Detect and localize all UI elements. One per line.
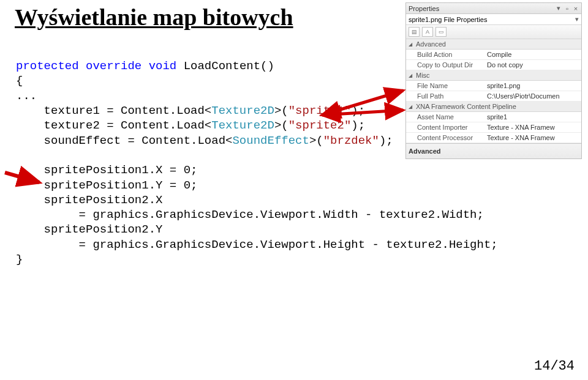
property-row[interactable]: Build Action Compile (406, 50, 581, 60)
collapse-icon: ◢ (409, 73, 413, 78)
property-row[interactable]: Copy to Output Dir Do not copy (406, 60, 581, 70)
category-label: Misc (416, 72, 430, 79)
chevron-down-icon[interactable]: ▾ (575, 15, 579, 23)
property-value: Texture - XNA Framew (484, 122, 581, 132)
code-token: texture2 = Content.Load< (16, 119, 211, 132)
categorize-button[interactable]: ▤ (409, 27, 420, 37)
code-token: >( (309, 134, 323, 147)
property-key: Asset Name (406, 112, 484, 122)
code-token: SoundEffect (232, 134, 309, 147)
code-token: { (16, 74, 23, 88)
property-key: File Name (406, 81, 484, 91)
property-category[interactable]: ◢ XNA Framework Content Pipeline (406, 102, 581, 112)
property-row[interactable]: File Name sprite1.png (406, 81, 581, 91)
property-row[interactable]: Full Path C:\Users\Piotr\Documen (406, 91, 581, 102)
properties-object: sprite1.png File Properties (409, 16, 487, 23)
property-key: Full Path (406, 91, 484, 101)
svg-line-2 (5, 173, 39, 182)
code-token: ); (379, 134, 393, 147)
category-label: XNA Framework Content Pipeline (416, 103, 516, 110)
code-token: = graphics.GraphicsDevice.Viewport.Heigh… (16, 238, 498, 251)
code-token: >( (274, 119, 288, 132)
annotation-arrow-left (2, 170, 51, 195)
code-token: ... (16, 89, 37, 103)
property-row[interactable]: Asset Name sprite1 (406, 112, 581, 122)
category-label: Advanced (416, 40, 446, 48)
property-row[interactable]: Content Importer Texture - XNA Framew (406, 122, 581, 133)
code-token: Texture2D (211, 104, 274, 117)
code-token: LoadContent() (176, 59, 274, 73)
property-value: Do not copy (484, 60, 581, 70)
property-category[interactable]: ◢ Misc (406, 70, 581, 81)
properties-subheader: sprite1.png File Properties ▾ (406, 14, 581, 25)
code-token: >( (274, 104, 288, 117)
close-icon[interactable]: × (573, 5, 579, 12)
properties-panel: Properties ▾ ▫ × sprite1.png File Proper… (405, 2, 582, 159)
property-key: Content Importer (406, 122, 484, 132)
property-category[interactable]: ◢ Advanced (406, 39, 581, 50)
property-value: Compile (484, 50, 581, 59)
property-key: Content Processor (406, 133, 484, 143)
property-value: Texture - XNA Framew (484, 133, 581, 143)
page-number: 14/34 (534, 359, 575, 374)
property-row[interactable]: Content Processor Texture - XNA Framew (406, 133, 581, 143)
code-token: spritePosition2.Y (16, 223, 162, 236)
property-value: C:\Users\Piotr\Documen (484, 91, 581, 101)
code-token: soundEffect = Content.Load< (16, 134, 232, 147)
code-token: "brzdek" (323, 134, 379, 147)
collapse-icon: ◢ (409, 104, 413, 110)
alpha-button[interactable]: A (422, 27, 433, 37)
code-token: protected (16, 59, 79, 73)
property-key: Copy to Output Dir (406, 60, 484, 70)
properties-header: Properties ▾ ▫ × (406, 3, 581, 14)
properties-toolbar: ▤ A ▭ (406, 25, 581, 39)
properties-title: Properties (409, 5, 439, 12)
properties-footer: Advanced (406, 143, 581, 158)
code-token: = graphics.GraphicsDevice.Viewport.Width… (16, 208, 484, 222)
collapse-icon: ◢ (409, 42, 413, 47)
code-token: void (149, 59, 177, 73)
property-value: sprite1 (484, 112, 581, 122)
annotation-arrow-top (317, 86, 409, 129)
code-token: spritePosition2.X (16, 193, 162, 207)
code-token: override (86, 59, 141, 73)
property-key: Build Action (406, 50, 484, 59)
code-token: texture1 = Content.Load< (16, 104, 211, 117)
code-token: Texture2D (211, 119, 274, 132)
code-token: } (16, 253, 23, 266)
pin-icon[interactable]: ▫ (564, 5, 570, 12)
dropdown-icon[interactable]: ▾ (556, 4, 562, 12)
property-value: sprite1.png (484, 81, 581, 91)
prop-pages-button[interactable]: ▭ (435, 27, 447, 37)
